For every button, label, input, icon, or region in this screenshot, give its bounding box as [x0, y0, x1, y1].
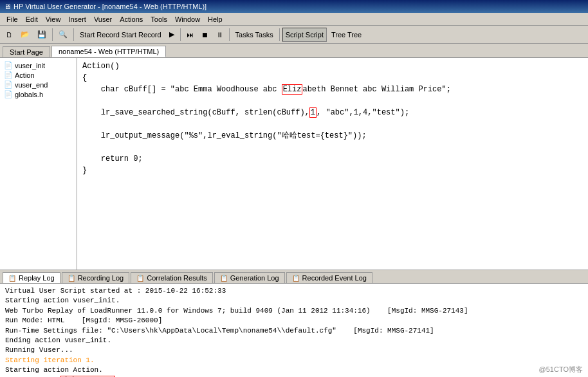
bottom-tab-label: Generation Log	[230, 274, 279, 282]
bottom-tab-generation[interactable]: 📋Generation Log	[214, 272, 285, 283]
code-editor[interactable]: Action(){ char cBuff[] = "abc Emma Woodh…	[77, 58, 588, 270]
log-line: Run-Time Settings file: "C:\Users\hk\App…	[5, 326, 583, 336]
code-line	[82, 142, 583, 153]
toolbar-separator	[279, 28, 280, 41]
code-line: lr_save_searched_string(cBuff, strlen(cB…	[82, 107, 583, 118]
toolbar-btn-tasks[interactable]: Tasks Tasks	[232, 28, 277, 42]
toolbar-btn-script[interactable]: Script Script	[282, 28, 327, 42]
file-icon: 📄	[4, 61, 13, 69]
toolbar-separator	[73, 28, 74, 41]
toolbar: 🗋📂💾🔍 Start Record Start Record▶⏭⏹⏸ Tasks…	[0, 26, 588, 44]
toolbar-separator	[229, 28, 230, 41]
log-line: Run Mode: HTML [MsgId: MMSG-26000]	[5, 316, 583, 326]
toolbar-btn-b2[interactable]: ⏹	[198, 28, 212, 42]
menu-item-tools[interactable]: Tools	[147, 15, 171, 24]
menu-item-help[interactable]: Help	[204, 15, 226, 24]
menu-item-view[interactable]: View	[42, 15, 65, 24]
toolbar-btn-tree[interactable]: Tree Tree	[328, 28, 365, 42]
toolbar-btn-b1[interactable]: ⏭	[183, 28, 197, 42]
title-bar: 🖥 HP Virtual User Generator - [noname54 …	[0, 0, 588, 13]
file-tree: 📄vuser_init📄Action📄vuser_end📄globals.h	[0, 58, 77, 270]
code-line	[82, 118, 583, 130]
toolbar-btn-record[interactable]: Start Record Start Record	[77, 28, 165, 42]
tab-icon: 📋	[136, 275, 144, 282]
tab-icon: 📋	[8, 275, 16, 282]
title-text: HP Virtual User Generator - [noname54 - …	[14, 3, 207, 10]
tree-item-label: Action	[15, 71, 35, 79]
menu-item-window[interactable]: Window	[171, 15, 204, 24]
bottom-tab-label: Recording Log	[78, 274, 124, 282]
code-line: return 0;	[82, 153, 583, 165]
tree-item-label: vuser_init	[15, 62, 45, 69]
tree-item-action[interactable]: 📄Action	[3, 70, 74, 80]
watermark: @51CTO博客	[539, 365, 583, 374]
code-line: char cBuff[] = "abc Emma Woodhouse abc E…	[82, 84, 583, 95]
log-line: Ending action vuser_init.	[5, 336, 583, 345]
code-line	[82, 95, 583, 107]
toolbar-btn-find[interactable]: 🔍	[55, 28, 71, 42]
log-line: Starting action Action.	[5, 365, 583, 375]
tree-item-label: vuser_end	[15, 81, 48, 89]
code-line: {	[82, 72, 583, 84]
tree-item-vuser_init[interactable]: 📄vuser_init	[3, 60, 74, 70]
tree-item-globals_h[interactable]: 📄globals.h	[3, 89, 74, 99]
menu-item-actions[interactable]: Actions	[116, 15, 147, 24]
main-area: 📄vuser_init📄Action📄vuser_end📄globals.h A…	[0, 58, 588, 270]
bottom-tab-correlation[interactable]: 📋Correlation Results	[131, 272, 213, 283]
tree-item-label: globals.h	[15, 91, 43, 98]
log-panel[interactable]: Virtual User Script started at : 2015-10…	[0, 284, 588, 377]
toolbar-btn-new[interactable]: 🗋	[3, 28, 16, 42]
bottom-tab-recorded_event[interactable]: 📋Recorded Event Log	[286, 272, 372, 283]
bottom-tab-label: Replay Log	[19, 274, 55, 282]
doc-tab-noname54[interactable]: noname54 - Web (HTTP/HTML)	[51, 46, 166, 57]
log-line: Running Vuser...	[5, 345, 583, 355]
tab-icon: 📋	[292, 275, 300, 282]
file-icon: 📄	[4, 90, 13, 98]
doc-tab-start[interactable]: Start Page	[3, 46, 50, 57]
tree-item-vuser_end[interactable]: 📄vuser_end	[3, 80, 74, 89]
menu-item-vuser[interactable]: Vuser	[90, 15, 116, 24]
tab-icon: 📋	[220, 275, 228, 282]
toolbar-separator	[180, 28, 181, 41]
tab-icon: 📋	[68, 275, 75, 282]
file-icon: 📄	[4, 80, 13, 89]
bottom-tabs-bar: 📋Replay Log📋Recording Log📋Correlation Re…	[0, 270, 588, 284]
menu-item-insert[interactable]: Insert	[64, 15, 90, 24]
toolbar-btn-play[interactable]: ▶	[166, 28, 178, 42]
code-line: }	[82, 165, 583, 176]
doc-tabs: Start Pagenoname54 - Web (HTTP/HTML)	[0, 44, 588, 58]
code-line: lr_output_message("%s",lr_eval_string("哈…	[82, 130, 583, 142]
menu-bar: FileEditViewInsertVuserActionsToolsWindo…	[0, 13, 588, 26]
bottom-tab-recording[interactable]: 📋Recording Log	[62, 272, 130, 283]
file-icon: 📄	[4, 71, 13, 79]
bottom-tab-replay[interactable]: 📋Replay Log	[3, 272, 60, 283]
toolbar-btn-b3[interactable]: ⏸	[213, 28, 226, 42]
toolbar-btn-open[interactable]: 📂	[17, 28, 33, 42]
bottom-tab-label: Recorded Event Log	[302, 274, 367, 282]
log-line: Starting action vuser_init.	[5, 296, 583, 306]
app-icon: 🖥	[4, 3, 11, 10]
toolbar-separator	[52, 28, 53, 41]
log-line: Web Turbo Replay of LoadRunner 11.0.0 fo…	[5, 306, 583, 316]
bottom-tab-label: Correlation Results	[147, 274, 207, 282]
toolbar-btn-save[interactable]: 💾	[34, 28, 50, 42]
log-line: Starting iteration 1.	[5, 356, 583, 365]
log-line: Virtual User Script started at : 2015-10…	[5, 286, 583, 296]
code-line: Action()	[82, 60, 583, 72]
menu-item-file[interactable]: File	[3, 15, 22, 24]
menu-item-edit[interactable]: Edit	[22, 15, 42, 24]
